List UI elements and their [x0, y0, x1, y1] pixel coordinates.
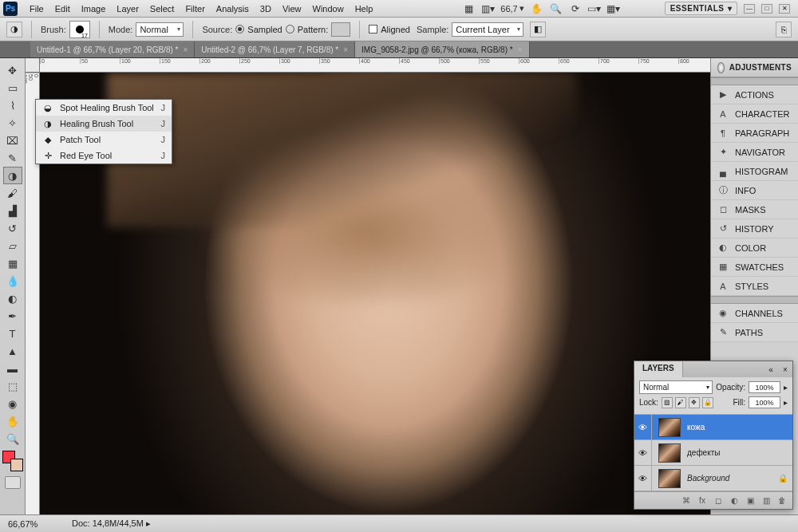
layer-name[interactable]: Background: [684, 474, 729, 483]
menu-view[interactable]: View: [277, 2, 307, 15]
panel-item-masks[interactable]: ◻MASKS: [711, 200, 798, 219]
crop-tool[interactable]: ⌧: [3, 132, 22, 149]
layer-row[interactable]: 👁кожа: [634, 415, 792, 440]
layer-fx-icon[interactable]: fx: [697, 495, 708, 506]
lock-transparency-icon[interactable]: ▨: [662, 397, 673, 408]
gradient-tool[interactable]: ▦: [3, 254, 22, 272]
panel-item-paragraph[interactable]: ¶PARAGRAPH: [711, 124, 798, 143]
dodge-tool[interactable]: ◐: [3, 290, 22, 307]
3d-camera-tool[interactable]: ◉: [3, 395, 22, 412]
ruler-origin[interactable]: [26, 58, 40, 73]
type-tool[interactable]: T: [3, 325, 22, 342]
source-pattern-radio[interactable]: [286, 25, 294, 33]
doc-tab[interactable]: Untitled-1 @ 66,7% (Layer 20, RGB/8) *×: [30, 41, 195, 57]
pen-tool[interactable]: ✒: [3, 307, 22, 325]
path-select-tool[interactable]: ▲: [3, 342, 22, 360]
panel-collapse-icon[interactable]: «: [764, 361, 778, 377]
ruler-horizontal[interactable]: 0501001502002503003504004505005506006507…: [40, 58, 710, 73]
lock-pixels-icon[interactable]: 🖌: [675, 397, 686, 408]
flyout-item[interactable]: ◑Healing Brush ToolJ: [36, 116, 172, 132]
menu-file[interactable]: File: [24, 2, 49, 15]
marquee-tool[interactable]: ▭: [3, 79, 22, 97]
panel-item-paths[interactable]: ✎PATHS: [711, 323, 798, 342]
flyout-item[interactable]: ✛Red Eye ToolJ: [36, 148, 172, 164]
lock-all-icon[interactable]: 🔒: [702, 397, 713, 408]
menu-image[interactable]: Image: [76, 2, 112, 15]
flyout-item[interactable]: ◒Spot Healing Brush ToolJ: [36, 100, 172, 116]
panel-item-navigator[interactable]: ✦NAVIGATOR: [711, 143, 798, 162]
zoom-icon[interactable]: 🔍: [550, 2, 563, 15]
magic-wand-tool[interactable]: ✧: [3, 114, 22, 132]
workspace-switcher[interactable]: ESSENTIALS▾: [665, 2, 737, 15]
layer-row[interactable]: 👁дефекты: [634, 440, 792, 466]
lasso-tool[interactable]: ⌇: [3, 97, 22, 114]
delete-layer-icon[interactable]: 🗑: [776, 495, 788, 506]
fill-input[interactable]: 100%: [749, 396, 780, 408]
menu-edit[interactable]: Edit: [49, 2, 76, 15]
layer-row[interactable]: 👁Background🔒: [634, 466, 792, 491]
panel-item-info[interactable]: ⓘINFO: [711, 181, 798, 200]
screen-mode-icon[interactable]: ▭▾: [588, 2, 601, 15]
layer-mask-icon[interactable]: ◻: [713, 495, 724, 506]
brush-tool[interactable]: 🖌: [3, 184, 22, 202]
opacity-input[interactable]: 100%: [749, 381, 780, 393]
visibility-toggle[interactable]: 👁: [634, 440, 652, 465]
zoom-value[interactable]: 66,67%: [8, 519, 56, 529]
eraser-tool[interactable]: ▱: [3, 237, 22, 254]
clone-source-icon[interactable]: ⎘: [776, 22, 792, 37]
close-icon[interactable]: ×: [343, 45, 348, 54]
source-sampled-radio[interactable]: [235, 25, 244, 33]
clone-stamp-tool[interactable]: ▟: [3, 202, 22, 219]
link-layers-icon[interactable]: ⌘: [681, 495, 692, 506]
panel-close-icon[interactable]: ×: [778, 361, 792, 377]
visibility-toggle[interactable]: 👁: [634, 466, 652, 491]
close-button[interactable]: ✕: [779, 4, 790, 14]
aligned-checkbox[interactable]: [369, 25, 377, 33]
visibility-toggle[interactable]: 👁: [634, 415, 652, 439]
hand-icon[interactable]: ✋: [531, 2, 543, 15]
flyout-item[interactable]: ◆Patch ToolJ: [36, 132, 172, 148]
opacity-slider-icon[interactable]: ▸: [784, 383, 788, 392]
quick-mask-toggle[interactable]: [5, 476, 21, 489]
panel-item-history[interactable]: ↺HISTORY: [711, 219, 798, 238]
zoom-display[interactable]: 66,7▾: [500, 3, 523, 14]
color-swatches[interactable]: [2, 451, 23, 471]
menu-select[interactable]: Select: [144, 2, 180, 15]
menu-layer[interactable]: Layer: [111, 2, 144, 15]
ignore-adjustment-icon[interactable]: ◧: [530, 22, 546, 37]
adjustments-panel-header[interactable]: ADJUSTMENTS: [711, 58, 798, 77]
bridge-icon[interactable]: ▦: [462, 2, 475, 15]
panel-item-swatches[interactable]: ▦SWATCHES: [711, 258, 798, 277]
layer-thumbnail[interactable]: [658, 418, 681, 437]
close-icon[interactable]: ×: [183, 45, 188, 54]
rotate-icon[interactable]: ⟳: [569, 2, 582, 15]
menu-filter[interactable]: Filter: [180, 2, 210, 15]
shape-tool[interactable]: ▬: [3, 360, 22, 377]
background-color[interactable]: [10, 459, 23, 471]
blur-tool[interactable]: 💧: [3, 272, 22, 290]
maximize-button[interactable]: □: [761, 4, 772, 14]
layers-tab[interactable]: LAYERS: [634, 361, 683, 377]
arrange-icon[interactable]: ▥▾: [481, 2, 494, 15]
minimize-button[interactable]: —: [744, 4, 755, 14]
panel-item-channels[interactable]: ◉CHANNELS: [711, 304, 798, 323]
layer-group-icon[interactable]: ▣: [745, 495, 756, 506]
adjustment-layer-icon[interactable]: ◐: [729, 495, 740, 506]
layer-thumbnail[interactable]: [658, 443, 681, 463]
menu-analysis[interactable]: Analysis: [211, 2, 255, 15]
panel-item-histogram[interactable]: ▄HISTOGRAM: [711, 162, 798, 181]
close-icon[interactable]: ×: [518, 45, 523, 54]
fill-slider-icon[interactable]: ▸: [784, 398, 788, 407]
history-brush-tool[interactable]: ↺: [3, 219, 22, 237]
panel-item-actions[interactable]: ▶ACTIONS: [711, 85, 798, 104]
doc-tab[interactable]: Untitled-2 @ 66,7% (Layer 7, RGB/8) *×: [195, 41, 355, 57]
blend-mode-select[interactable]: Normal: [136, 22, 184, 37]
eyedropper-tool[interactable]: ✎: [3, 149, 22, 167]
panel-item-styles[interactable]: ASTYLES: [711, 277, 798, 296]
lock-position-icon[interactable]: ✥: [689, 397, 700, 408]
healing-brush-tool[interactable]: ◑: [3, 167, 22, 184]
hand-tool[interactable]: ✋: [3, 412, 22, 430]
menu-3d[interactable]: 3D: [255, 2, 277, 15]
3d-tool[interactable]: ⬚: [3, 377, 22, 395]
menu-help[interactable]: Help: [350, 2, 379, 15]
